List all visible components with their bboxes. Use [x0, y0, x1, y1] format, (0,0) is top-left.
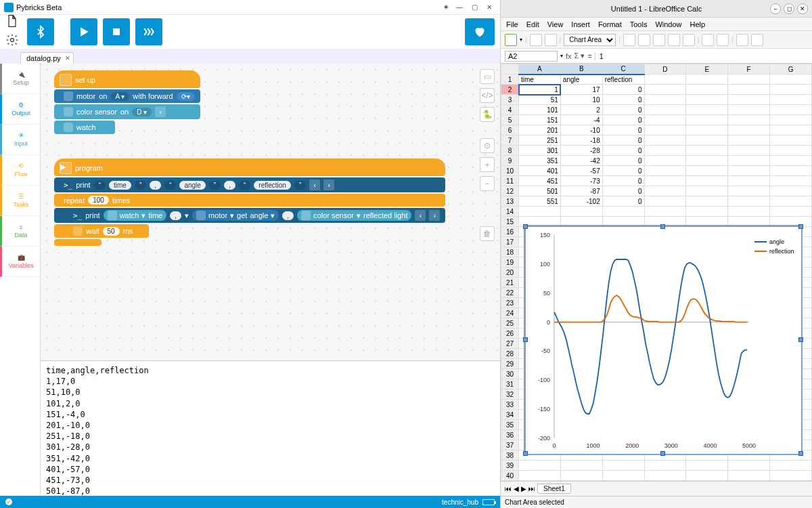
- col-header[interactable]: F: [728, 64, 770, 75]
- cell[interactable]: -73: [560, 176, 602, 186]
- fx-icon[interactable]: fx: [566, 52, 572, 60]
- minimize-button[interactable]: —: [453, 2, 466, 13]
- block-colorsensor[interactable]: color sensor on D ▾ ›: [54, 104, 200, 119]
- chart-element-select[interactable]: Chart Area: [564, 34, 616, 46]
- row-header[interactable]: 35: [501, 420, 519, 430]
- row-header[interactable]: 17: [501, 237, 519, 247]
- row-header[interactable]: 41: [501, 481, 519, 482]
- row-header[interactable]: 38: [501, 450, 519, 461]
- category-tasks[interactable]: ☰Tasks: [0, 186, 40, 216]
- category-setup[interactable]: 🔌Setup: [0, 64, 40, 94]
- cell[interactable]: 501: [519, 186, 561, 196]
- row-header[interactable]: 26: [501, 329, 519, 339]
- tab-datalog[interactable]: datalog.py✕: [20, 52, 74, 64]
- menu-view[interactable]: View: [547, 20, 564, 28]
- cell[interactable]: 0: [602, 196, 644, 207]
- chevron-right-icon[interactable]: ›: [155, 106, 166, 117]
- col-header[interactable]: G: [770, 64, 812, 75]
- cell[interactable]: -28: [560, 146, 602, 156]
- row-header[interactable]: 13: [501, 196, 519, 207]
- block-canvas[interactable]: set up motor on A ▾ with forward ⟳▾ colo…: [41, 64, 500, 360]
- row-header[interactable]: 23: [501, 298, 519, 308]
- block-program-hat[interactable]: ▶program: [54, 158, 445, 176]
- output-console[interactable]: time,angle,reflection 1,17,0 51,10,0 101…: [41, 360, 500, 496]
- category-input[interactable]: 👁Input: [0, 125, 40, 155]
- next-sheet-icon[interactable]: ▶: [521, 485, 526, 492]
- row-header[interactable]: 6: [501, 125, 519, 135]
- col-header[interactable]: A: [519, 64, 561, 75]
- col-header[interactable]: D: [644, 64, 686, 75]
- row-header[interactable]: 30: [501, 369, 519, 379]
- code-icon[interactable]: </>: [480, 88, 495, 103]
- sum-icon[interactable]: Σ ▾: [574, 51, 585, 60]
- col-header[interactable]: B: [560, 64, 602, 75]
- cell[interactable]: 551: [519, 196, 561, 207]
- zoom-out-icon[interactable]: －: [480, 176, 495, 191]
- legend-icon[interactable]: [702, 34, 714, 46]
- row-header[interactable]: 28: [501, 349, 519, 359]
- cell[interactable]: 10: [560, 95, 602, 105]
- cell[interactable]: 401: [519, 166, 561, 176]
- chart-type-icon[interactable]: [638, 34, 650, 46]
- expr-watch-time[interactable]: watch ▾ time: [104, 210, 167, 221]
- print-icon[interactable]: [530, 34, 542, 46]
- run-button[interactable]: [70, 18, 97, 45]
- port-dropdown[interactable]: A ▾: [110, 92, 129, 101]
- row-header[interactable]: 21: [501, 278, 519, 288]
- row-header[interactable]: 2: [501, 85, 519, 95]
- row-header[interactable]: 9: [501, 156, 519, 166]
- cell[interactable]: -102: [560, 196, 602, 207]
- cell[interactable]: -42: [560, 156, 602, 166]
- menu-help[interactable]: Help: [690, 20, 706, 28]
- chevron-left-icon[interactable]: ‹: [309, 179, 320, 190]
- menu-tools[interactable]: Tools: [630, 20, 648, 28]
- row-header[interactable]: 24: [501, 308, 519, 318]
- formula-input[interactable]: 1: [595, 52, 604, 60]
- maximize-button[interactable]: ◻: [784, 3, 794, 14]
- prev-sheet-icon[interactable]: ◀: [514, 485, 519, 492]
- block-setup-hat[interactable]: set up: [54, 70, 200, 88]
- row-header[interactable]: 22: [501, 288, 519, 298]
- port-dropdown[interactable]: D ▾: [132, 108, 152, 117]
- row-header[interactable]: 10: [501, 166, 519, 176]
- block-repeat[interactable]: repeat 100 times: [54, 194, 445, 207]
- row-header[interactable]: 39: [501, 461, 519, 471]
- print-preview-icon[interactable]: [545, 34, 557, 46]
- row-header[interactable]: 33: [501, 400, 519, 410]
- center-icon[interactable]: ⊙: [480, 138, 495, 153]
- cell[interactable]: 2: [560, 105, 602, 115]
- cell[interactable]: 51: [519, 95, 561, 105]
- gear-icon[interactable]: [5, 33, 19, 49]
- block-wait[interactable]: wait 50 ms: [54, 224, 149, 238]
- trash-icon[interactable]: 🗑: [480, 226, 495, 241]
- cell[interactable]: 0: [602, 146, 644, 156]
- cell[interactable]: -4: [560, 115, 602, 125]
- direction-icon[interactable]: ⟳▾: [177, 92, 195, 101]
- cell[interactable]: 251: [519, 135, 561, 146]
- category-data[interactable]: ±Data: [0, 216, 40, 247]
- axes-icon[interactable]: [717, 34, 729, 46]
- cell[interactable]: 0: [602, 135, 644, 146]
- cell[interactable]: angle: [560, 75, 602, 85]
- close-button[interactable]: ✕: [482, 2, 496, 13]
- spreadsheet[interactable]: ABCDEFG1timeanglereflection2117035110041…: [501, 64, 812, 481]
- cell[interactable]: 101: [519, 105, 561, 115]
- row-header[interactable]: 36: [501, 430, 519, 440]
- row-header[interactable]: 12: [501, 186, 519, 196]
- row-header[interactable]: 11: [501, 176, 519, 186]
- zoom-in-icon[interactable]: ＋: [480, 157, 495, 172]
- row-header[interactable]: 3: [501, 95, 519, 105]
- row-header[interactable]: 14: [501, 207, 519, 217]
- block-motor[interactable]: motor on A ▾ with forward ⟳▾: [54, 89, 200, 103]
- cell[interactable]: reflection: [602, 75, 644, 85]
- close-icon[interactable]: ✕: [65, 55, 70, 62]
- menu-insert[interactable]: Insert: [571, 20, 590, 28]
- category-flow[interactable]: ⟲Flow: [0, 155, 40, 186]
- chevron-left-icon[interactable]: ‹: [415, 210, 426, 221]
- row-header[interactable]: 25: [501, 318, 519, 329]
- cell[interactable]: -18: [560, 135, 602, 146]
- expr-reflected-light[interactable]: color sensor ▾ reflected light: [297, 210, 411, 221]
- row-header[interactable]: 8: [501, 146, 519, 156]
- minimize-button[interactable]: –: [770, 3, 781, 14]
- row-header[interactable]: 37: [501, 440, 519, 450]
